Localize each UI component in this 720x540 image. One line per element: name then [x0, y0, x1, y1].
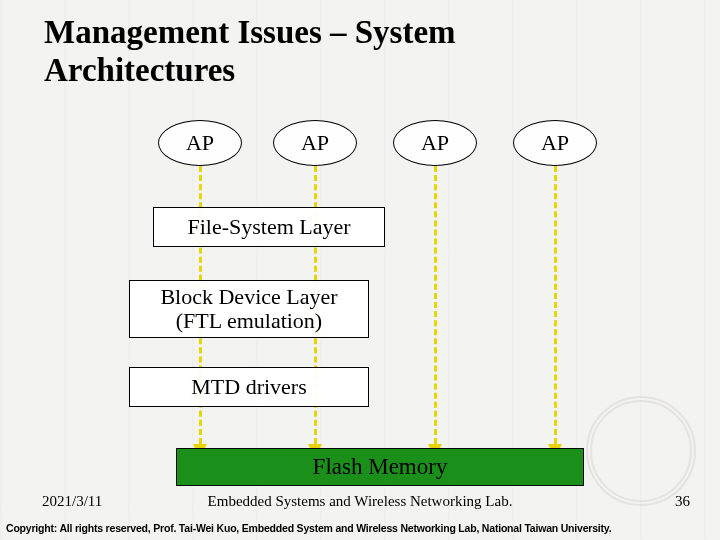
block-device-layer-box: Block Device Layer (FTL emulation)	[129, 280, 369, 338]
flash-memory-label: Flash Memory	[313, 454, 448, 480]
footer-copyright: Copyright: All rights reserved, Prof. Ta…	[6, 522, 611, 534]
footer-lab: Embedded Systems and Wireless Networking…	[0, 493, 720, 510]
arrow-ap4	[554, 166, 557, 444]
block-device-line1: Block Device Layer	[160, 284, 337, 309]
page-number: 36	[675, 493, 690, 510]
ap-node-1: AP	[158, 120, 242, 166]
block-device-line2: (FTL emulation)	[176, 308, 322, 333]
arrow-ap3	[434, 166, 437, 444]
file-system-layer-box: File-System Layer	[153, 207, 385, 247]
flash-memory-box: Flash Memory	[176, 448, 584, 486]
mtd-drivers-box: MTD drivers	[129, 367, 369, 407]
block-device-layer-text: Block Device Layer (FTL emulation)	[160, 285, 337, 333]
ap-node-3: AP	[393, 120, 477, 166]
ap-node-4: AP	[513, 120, 597, 166]
ap-node-2: AP	[273, 120, 357, 166]
architecture-diagram: AP AP AP AP File-System Layer Block Devi…	[0, 0, 720, 540]
slide: Management Issues – System Architectures…	[0, 0, 720, 540]
